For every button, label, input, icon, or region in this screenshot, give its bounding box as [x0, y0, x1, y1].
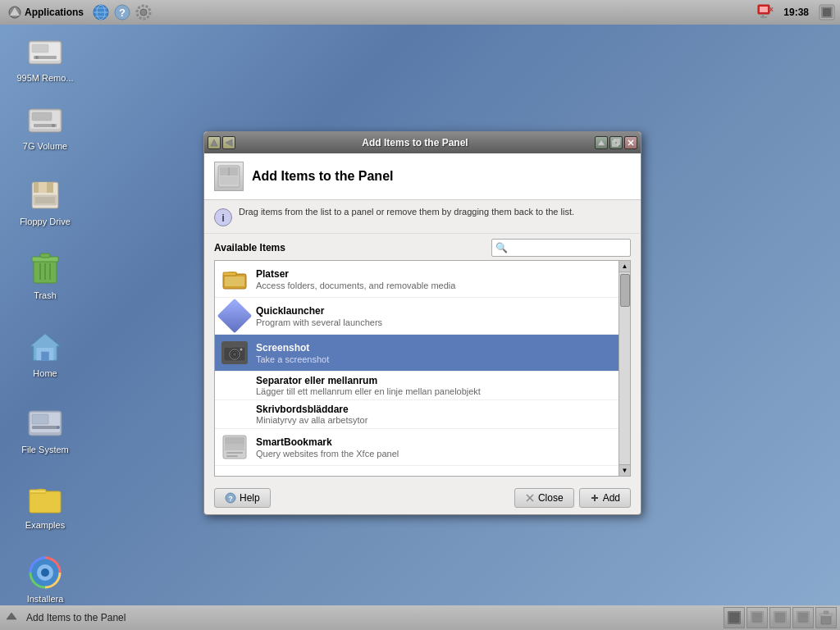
examples-label: Examples — [25, 520, 65, 530]
applications-menu-button[interactable]: Applications — [3, 4, 89, 21]
svg-rect-86 — [728, 611, 741, 624]
svg-text:X: X — [769, 7, 774, 12]
list-scrollbar[interactable]: ▲ ▼ — [619, 261, 630, 476]
home-folder-icon — [29, 331, 62, 363]
workspace-4-button[interactable] — [792, 607, 814, 628]
diamond-icon — [217, 299, 252, 333]
workspace-icon-3 — [773, 610, 788, 625]
list-item-separator[interactable]: Separator eller mellanrum Lägger till et… — [215, 372, 619, 400]
available-label: Available Items — [214, 242, 285, 253]
panel-menu-icon — [5, 611, 18, 624]
close-button[interactable] — [624, 136, 637, 149]
desktop-icon-home[interactable]: Home — [8, 324, 82, 381]
top-panel: Applications ? — [0, 0, 840, 25]
dialog-header: Add Items to the Panel — [204, 153, 641, 200]
trash-panel-button[interactable] — [815, 607, 837, 628]
dialog-info-text: Drag items from the list to a panel or r… — [239, 207, 574, 217]
examples-icon — [25, 479, 65, 518]
workspace-icon-2 — [750, 610, 765, 625]
right-buttons: Close Add — [514, 488, 631, 508]
clock-display: 19:38 — [778, 7, 814, 18]
bookmark-svg — [221, 434, 248, 460]
smartbookmark-name: SmartBookmark — [256, 436, 612, 448]
floppy-drive-icon — [25, 176, 65, 215]
add-button-icon — [590, 493, 600, 503]
smartbookmark-text: SmartBookmark Query websites from the Xf… — [256, 436, 612, 459]
7g-volume-icon — [25, 100, 65, 139]
screenshot-name: Screenshot — [256, 342, 612, 354]
system-drive-icon — [27, 408, 63, 439]
prev-button[interactable] — [222, 136, 235, 149]
restore-icon — [612, 139, 620, 147]
list-items-container: Platser Access folders, documents, and r… — [215, 261, 630, 476]
svg-rect-50 — [30, 490, 46, 493]
settings-icon[interactable] — [135, 3, 153, 21]
svg-rect-32 — [39, 182, 47, 193]
svg-rect-92 — [797, 611, 810, 624]
desktop-icon-7g-volume[interactable]: 7G Volume — [8, 97, 82, 154]
workspace-3-button[interactable] — [769, 607, 791, 628]
tray-network-icon[interactable]: X — [756, 2, 775, 22]
help-icon[interactable]: ? — [113, 3, 131, 21]
list-item-skrivbord[interactable]: Skrivbordsbläddare Miniatyrvy av alla ar… — [215, 400, 619, 429]
close-button-icon — [525, 493, 535, 503]
installer-icon — [28, 555, 62, 590]
svg-point-27 — [52, 124, 55, 127]
list-item-quicklauncher[interactable]: Quicklauncher Program with several launc… — [215, 298, 619, 335]
restore-button[interactable] — [609, 136, 623, 149]
list-item-screenshot[interactable]: Screenshot Take a screenshot — [215, 335, 619, 372]
svg-text:?: ? — [119, 7, 126, 19]
svg-point-71 — [233, 353, 236, 356]
svg-rect-76 — [225, 437, 244, 444]
list-item-smartbookmark[interactable]: SmartBookmark Query websites from the Xf… — [215, 429, 619, 466]
svg-rect-67 — [225, 276, 244, 286]
close-dialog-button[interactable]: Close — [514, 488, 574, 508]
desktop-icon-file-system[interactable]: File System — [8, 400, 82, 458]
power-icon[interactable] — [817, 2, 837, 22]
hard-drive-icon — [27, 104, 63, 135]
help-button[interactable]: ? Help — [214, 488, 271, 508]
workspace-2-button[interactable] — [746, 607, 768, 628]
svg-rect-58 — [614, 139, 619, 144]
trash-panel-icon — [819, 610, 833, 625]
help-circle-icon: ? — [114, 4, 130, 21]
platser-name: Platser — [256, 268, 612, 280]
available-items-header: Available Items 🔍 — [204, 234, 641, 260]
svg-marker-85 — [7, 613, 16, 619]
scroll-thumb[interactable] — [620, 274, 630, 307]
search-box: 🔍 — [491, 239, 631, 257]
browser-icon[interactable] — [92, 3, 110, 21]
list-item-platser[interactable]: Platser Access folders, documents, and r… — [215, 261, 619, 298]
svg-point-47 — [57, 426, 60, 429]
desktop-icon-trash[interactable]: Trash — [8, 246, 82, 304]
applications-label: Applications — [25, 7, 84, 18]
gear-icon — [135, 4, 152, 21]
scroll-down-button[interactable]: ▼ — [619, 464, 631, 476]
desktop-icon-examples[interactable]: Examples — [8, 476, 82, 533]
desktop-icon-installera[interactable]: Installera — [8, 550, 82, 607]
search-icon: 🔍 — [495, 242, 508, 253]
floppy-drive-label: Floppy Drive — [20, 217, 71, 226]
applications-icon — [8, 6, 21, 19]
minimize-button[interactable] — [208, 136, 221, 149]
workspace-icon-1 — [727, 610, 742, 625]
search-input[interactable] — [509, 243, 627, 253]
desktop-icon-995m-remote[interactable]: 995M Remo... — [8, 29, 82, 86]
taskbar-text: Add Items to the Panel — [23, 612, 720, 623]
workspace-icon-4 — [796, 610, 810, 625]
scrollup-button[interactable] — [595, 136, 608, 149]
trash-icon — [25, 249, 65, 289]
panel-arrow-icon[interactable] — [3, 609, 20, 626]
dialog-buttons: ? Help Close Add — [204, 482, 641, 514]
dialog-title: Add Items to the Panel — [237, 137, 593, 148]
floppy-disk-icon — [30, 180, 60, 210]
scroll-up-button[interactable]: ▲ — [619, 261, 631, 272]
platser-desc: Access folders, documents, and removable… — [256, 281, 612, 290]
desktop-icon-floppy-drive[interactable]: Floppy Drive — [8, 172, 82, 230]
trash-bin-icon — [30, 252, 60, 286]
minimize-icon — [210, 139, 218, 147]
svg-rect-29 — [32, 112, 52, 121]
add-button[interactable]: Add — [579, 488, 631, 508]
places-icon — [222, 267, 247, 290]
workspace-1-button[interactable] — [724, 607, 745, 628]
